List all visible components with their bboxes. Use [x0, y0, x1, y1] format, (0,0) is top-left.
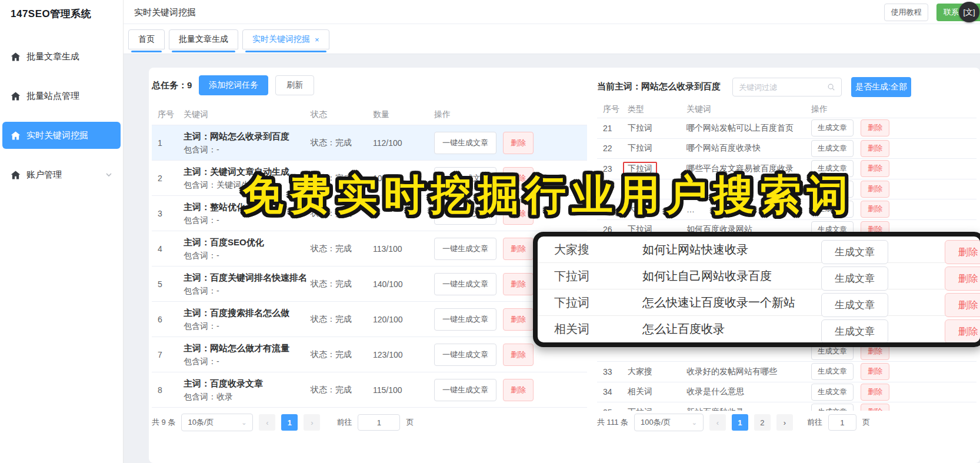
sidebar-item-batch-site[interactable]: 批量站点管理: [2, 82, 121, 109]
row-actions: 生成文章 删除: [811, 119, 976, 136]
delete-button[interactable]: 删除: [503, 132, 534, 154]
translate-extension-icon[interactable]: [文]: [959, 2, 979, 22]
generate-article-button[interactable]: 生成文章: [811, 384, 854, 401]
sidebar-item-realtime-keyword[interactable]: 实时关键词挖掘: [2, 122, 121, 149]
refresh-button[interactable]: 刷新: [275, 75, 314, 95]
generate-article-button[interactable]: 生成文章: [811, 404, 854, 411]
add-task-button[interactable]: 添加挖词任务: [199, 75, 268, 95]
page-button-1[interactable]: 1: [732, 414, 748, 431]
row-type-text: 相关词: [554, 321, 642, 337]
row-count: 140/100: [373, 279, 434, 289]
page-size-select[interactable]: 10条/页 ⌄: [181, 414, 253, 431]
delete-button[interactable]: 删除: [503, 238, 534, 260]
keyword-pagination: 共 111 条 100条/页 ⌄ ‹ 1 2 › 前往 页: [597, 414, 870, 431]
row-number: 2: [158, 174, 184, 183]
row-keyword: 主词：网站怎么收录到百度 包含词：-: [184, 125, 311, 160]
table-row: 4 主词：百度SEO优化 包含词：- 状态：完成 113/100 一键生成文章 …: [152, 231, 587, 267]
row-keyword: 怎么让百度收录: [642, 321, 725, 337]
generate-article-button[interactable]: 一键生成文章: [434, 308, 496, 331]
delete-button[interactable]: 删除: [861, 119, 889, 136]
tab-bar: 首页 批量文章生成 实时关键词挖掘 ×: [124, 24, 980, 54]
row-main-word: 主词：百度SEO优化: [184, 231, 311, 249]
row-type-text: 大家搜: [554, 242, 642, 258]
row-keyword: 主词：网站怎么做才有流量 包含词：-: [184, 337, 311, 372]
page-size-value: 100条/页: [641, 417, 671, 428]
generate-article-button[interactable]: 生成文章: [821, 240, 888, 264]
page-size-select[interactable]: 100条/页 ⌄: [634, 414, 704, 431]
tab-batch-article[interactable]: 批量文章生成: [169, 29, 238, 49]
generate-article-button[interactable]: 一键生成文章: [434, 132, 496, 154]
row-type-text: 下拉词: [628, 407, 652, 411]
row-keyword: 如何让自己网站收录百度: [642, 268, 772, 284]
delete-button[interactable]: 删除: [861, 384, 889, 401]
keyword-filter-input[interactable]: [739, 83, 827, 92]
page-button-1[interactable]: 1: [281, 414, 298, 431]
row-type-text: 相关词: [628, 387, 652, 396]
tab-realtime-keyword[interactable]: 实时关键词挖掘 ×: [242, 29, 329, 49]
delete-button[interactable]: 删除: [945, 240, 980, 264]
row-status: 状态：完成: [311, 314, 373, 325]
total-count-text: 共 111 条: [597, 417, 628, 428]
prev-page-button[interactable]: ‹: [259, 414, 275, 431]
row-count: 113/100: [373, 244, 434, 254]
row-actions: 生成文章 删除: [811, 140, 976, 157]
task-toolbar: 总任务：9 添加挖词任务 刷新: [152, 75, 314, 95]
row-main-word: 主词：百度搜索排名怎么做: [184, 302, 311, 319]
tutorial-button[interactable]: 使用教程: [884, 4, 928, 21]
row-number: 21: [603, 124, 628, 133]
row-count: 115/100: [373, 385, 434, 395]
row-status: 状态：完成: [311, 279, 373, 289]
row-status: 状态：完成: [311, 349, 373, 360]
col-num: 序号: [158, 109, 184, 120]
sidebar-item-batch-article[interactable]: 批量文章生成: [2, 43, 121, 70]
delete-button[interactable]: 删除: [861, 404, 889, 411]
delete-button[interactable]: 删除: [945, 293, 980, 317]
row-actions: 生成文章 删除: [811, 363, 976, 380]
goto-page-input[interactable]: [358, 414, 400, 431]
delete-button[interactable]: 删除: [861, 160, 889, 177]
generate-all-button[interactable]: 是否生成:全部: [851, 77, 911, 97]
delete-button[interactable]: 删除: [503, 379, 534, 401]
delete-button[interactable]: 删除: [945, 267, 980, 291]
next-page-button[interactable]: ›: [776, 414, 793, 431]
magnified-row: 大家搜 如何让网站快速收录 生成文章 删除: [538, 237, 980, 263]
delete-button[interactable]: 删除: [861, 363, 889, 380]
generate-article-button[interactable]: 一键生成文章: [434, 273, 496, 295]
delete-button[interactable]: 删除: [945, 319, 980, 344]
delete-button[interactable]: 删除: [861, 181, 889, 198]
next-page-button[interactable]: ›: [304, 414, 320, 431]
row-actions: 一键生成文章 删除: [434, 379, 587, 401]
generate-article-button[interactable]: 生成文章: [821, 293, 888, 317]
page-button-2[interactable]: 2: [754, 414, 771, 431]
row-type: 下拉词: [628, 407, 686, 411]
col-keyword: 关键词: [686, 104, 811, 115]
generate-article-button[interactable]: 生成文章: [821, 267, 888, 291]
row-type: 大家搜: [628, 367, 686, 377]
generate-article-button[interactable]: 生成文章: [811, 119, 854, 136]
generate-article-button[interactable]: 生成文章: [811, 363, 854, 380]
delete-button[interactable]: 删除: [861, 201, 889, 218]
goto-page-input[interactable]: [828, 414, 856, 431]
generate-article-button[interactable]: 生成文章: [821, 319, 888, 344]
table-row: 8 主词：百度收录文章 包含词：收录 状态：完成 115/100 一键生成文章 …: [152, 372, 587, 408]
prev-page-button[interactable]: ‹: [709, 414, 726, 431]
delete-button[interactable]: 删除: [503, 344, 534, 366]
table-row: 33 大家搜 收录好的发帖网站有哪些 生成文章 删除: [597, 362, 976, 382]
sidebar-item-account[interactable]: 账户管理: [2, 161, 121, 188]
col-keyword: 关键词: [184, 109, 311, 120]
delete-button[interactable]: 删除: [503, 308, 534, 331]
sidebar-nav: 批量文章生成 批量站点管理 实时关键词挖掘 账户管理: [0, 43, 123, 188]
delete-button[interactable]: 删除: [503, 273, 534, 295]
row-type-text: 下拉词: [628, 143, 652, 152]
col-actions: 操作: [811, 104, 976, 115]
close-icon[interactable]: ×: [315, 35, 319, 44]
generate-article-button[interactable]: 生成文章: [811, 140, 854, 157]
table-row: 5 主词：百度关键词排名快速排名 包含词：- 状态：完成 140/100 一键生…: [152, 267, 587, 302]
generate-article-button[interactable]: 一键生成文章: [434, 344, 496, 366]
generate-article-button[interactable]: 一键生成文章: [434, 238, 496, 260]
row-type: 下拉词: [628, 143, 686, 154]
generate-article-button[interactable]: 一键生成文章: [434, 379, 496, 401]
tab-home[interactable]: 首页: [128, 29, 165, 49]
delete-button[interactable]: 删除: [861, 140, 889, 157]
keyword-filter-wrap: [732, 78, 842, 96]
